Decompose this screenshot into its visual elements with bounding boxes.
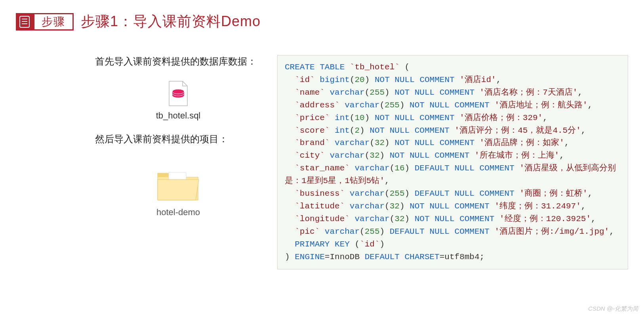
document-icon xyxy=(16,13,33,31)
sql-code-block: CREATE TABLE `tb_hotel` ( `id` bigint(20… xyxy=(277,55,628,269)
sql-file-icon xyxy=(166,80,190,108)
folder-icon xyxy=(154,165,202,205)
content: 首先导入课前资料提供的数据库数据： tb_hotel.sql 然后导入课前资料提… xyxy=(16,55,628,269)
folder-label: hotel-demo xyxy=(156,207,200,218)
intro-text-2: 然后导入课前资料提供的项目： xyxy=(95,133,261,145)
page-header: 步骤 步骤1：导入课前资料Demo xyxy=(16,12,628,31)
sql-file-label: tb_hotel.sql xyxy=(156,111,201,121)
step-badge-label: 步骤 xyxy=(33,13,74,31)
intro-text-1: 首先导入课前资料提供的数据库数据： xyxy=(95,55,261,68)
left-column: 首先导入课前资料提供的数据库数据： tb_hotel.sql 然后导入课前资料提… xyxy=(95,55,261,218)
step-badge: 步骤 xyxy=(16,13,74,31)
sql-file: tb_hotel.sql xyxy=(135,80,222,121)
project-folder: hotel-demo xyxy=(135,165,222,218)
page-title: 步骤1：导入课前资料Demo xyxy=(81,12,261,31)
